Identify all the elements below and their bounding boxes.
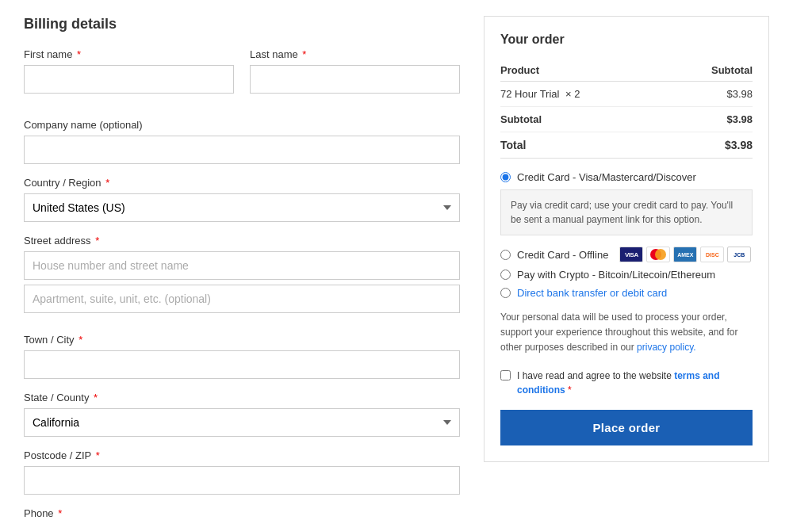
company-name-group: Company name (optional) [24, 119, 460, 164]
discover-icon: DISC [700, 247, 724, 262]
subtotal-label: Subtotal [500, 107, 667, 132]
first-name-label: First name * [24, 48, 234, 60]
country-select[interactable]: United States (US) [24, 193, 460, 222]
billing-title: Billing details [24, 16, 460, 32]
bank-transfer-label: Direct bank transfer or debit card [517, 287, 667, 299]
postcode-group: Postcode / ZIP * [24, 449, 460, 495]
order-table: Product Subtotal 72 Hour Trial × 2 $3.98… [500, 59, 753, 159]
town-city-group: Town / City * [24, 334, 460, 379]
crypto-radio[interactable] [500, 270, 511, 280]
town-city-input[interactable] [24, 350, 460, 379]
order-title: Your order [500, 32, 753, 47]
total-row: Total $3.98 [500, 132, 753, 159]
privacy-policy-link[interactable]: privacy policy. [637, 342, 695, 353]
product-price: $3.98 [667, 82, 753, 107]
street-address-label: Street address * [24, 235, 460, 247]
total-value: $3.98 [667, 132, 753, 159]
subtotal-col-header: Subtotal [667, 59, 753, 82]
privacy-text: Your personal data will be used to proce… [500, 310, 753, 356]
phone-label: Phone * [24, 507, 460, 519]
subtotal-value: $3.98 [667, 107, 753, 132]
street-address-inputs [24, 251, 460, 318]
credit-card-offline-radio[interactable] [500, 250, 511, 260]
company-name-input[interactable] [24, 136, 460, 164]
table-row: 72 Hour Trial × 2 $3.98 [500, 82, 753, 107]
payment-option-crypto: Pay with Crypto - Bitcoin/Litecoin/Ether… [500, 269, 753, 281]
terms-label: I have read and agree to the website ter… [517, 369, 753, 397]
card-icons: VISA AMEX DISC JCB [619, 247, 751, 262]
company-name-label: Company name (optional) [24, 119, 460, 131]
billing-section: Billing details First name * Last name *… [24, 16, 460, 520]
bank-transfer-link[interactable]: Direct bank transfer or debit card [517, 287, 667, 299]
payment-option-credit-card-offline: Credit Card - Offline VISA AMEX DISC JCB [500, 247, 753, 262]
last-name-label: Last name * [250, 48, 460, 60]
credit-card-offline-label: Credit Card - Offline [517, 249, 608, 261]
state-county-group: State / County * California [24, 392, 460, 437]
street-address-group: Street address * [24, 235, 460, 321]
terms-checkbox[interactable] [500, 370, 511, 380]
street-address-line1-input[interactable] [24, 251, 460, 280]
postcode-input[interactable] [24, 466, 460, 495]
product-col-header: Product [500, 59, 667, 82]
place-order-button[interactable]: Place order [500, 410, 753, 445]
credit-card-info-box: Pay via credit card; use your credit car… [500, 189, 753, 235]
first-name-input[interactable] [24, 65, 234, 94]
payment-options: Credit Card - Visa/Mastercard/Discover P… [500, 171, 753, 299]
payment-option-credit-card-online: Credit Card - Visa/Mastercard/Discover [500, 171, 753, 183]
phone-group: Phone * [24, 507, 460, 520]
payment-option-bank-transfer: Direct bank transfer or debit card [500, 287, 753, 299]
terms-row: I have read and agree to the website ter… [500, 369, 753, 397]
postcode-label: Postcode / ZIP * [24, 449, 460, 461]
product-name: 72 Hour Trial × 2 [500, 82, 667, 107]
country-group: Country / Region * United States (US) [24, 177, 460, 222]
credit-card-online-radio[interactable] [500, 172, 511, 182]
town-city-label: Town / City * [24, 334, 460, 346]
first-name-group: First name * [24, 48, 234, 94]
street-address-line2-input[interactable] [24, 285, 460, 313]
total-label: Total [500, 132, 667, 159]
last-name-group: Last name * [250, 48, 460, 94]
order-section: Your order Product Subtotal 72 Hour Tria… [484, 16, 769, 462]
country-label: Country / Region * [24, 177, 460, 189]
bank-transfer-radio[interactable] [500, 288, 511, 298]
jcb-icon: JCB [727, 247, 751, 262]
credit-card-online-label[interactable]: Credit Card - Visa/Mastercard/Discover [517, 171, 696, 183]
last-name-input[interactable] [250, 65, 460, 94]
state-county-select[interactable]: California [24, 408, 460, 437]
state-county-label: State / County * [24, 392, 460, 403]
subtotal-row: Subtotal $3.98 [500, 107, 753, 132]
visa-icon: VISA [619, 247, 643, 262]
amex-icon: AMEX [673, 247, 697, 262]
mastercard-icon [646, 247, 670, 262]
crypto-label[interactable]: Pay with Crypto - Bitcoin/Litecoin/Ether… [517, 269, 715, 281]
